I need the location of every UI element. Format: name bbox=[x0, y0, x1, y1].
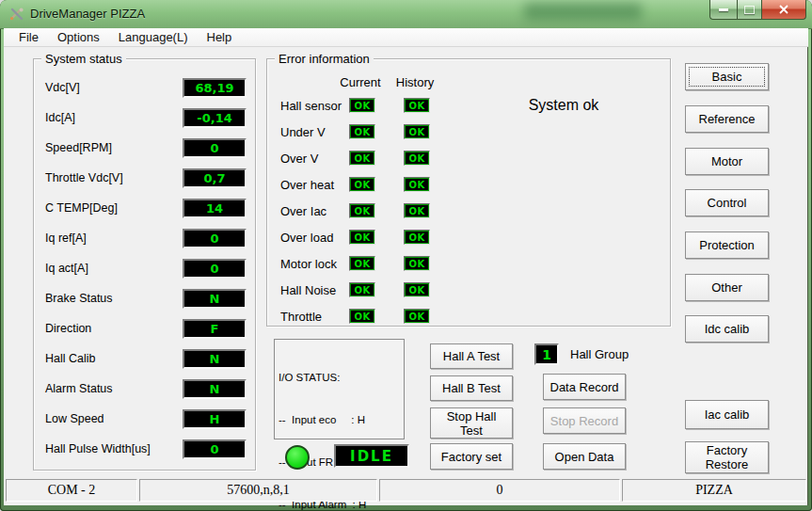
maximize-icon[interactable] bbox=[737, 0, 762, 20]
motor-lock-current-badge: OK bbox=[349, 256, 375, 271]
statusbar: COM - 2 57600,n,8,1 0 PIZZA bbox=[6, 477, 806, 503]
vdc-label: Vdc[V] bbox=[45, 81, 80, 94]
factory-set-button[interactable]: Factory set bbox=[430, 443, 513, 470]
speed-value-display: 0 bbox=[183, 138, 247, 158]
statusbar-baud-settings: 57600,n,8,1 bbox=[139, 479, 377, 502]
window-title: DriveManager PIZZA bbox=[30, 7, 145, 21]
hall-group-label: Hall Group bbox=[570, 347, 629, 361]
ctemp-value-display: 14 bbox=[183, 199, 247, 218]
error-information-group: Error information Current History System… bbox=[266, 58, 671, 327]
statusbar-com-port: COM - 2 bbox=[6, 479, 137, 502]
error-row-over-load: Over load OK OK bbox=[267, 225, 670, 251]
hall-calib-value-display: N bbox=[183, 349, 247, 369]
nav-protection-button[interactable]: Protection bbox=[685, 232, 769, 259]
row-direction: Direction F bbox=[34, 313, 255, 343]
row-idc: Idc[A] -0,14 bbox=[34, 103, 255, 133]
idc-calib-button[interactable]: Idc calib bbox=[685, 315, 769, 343]
close-icon[interactable] bbox=[762, 0, 806, 20]
motor-lock-label: Motor lock bbox=[280, 257, 337, 271]
row-brake-status: Brake Status N bbox=[34, 283, 255, 313]
idc-label: Idc[A] bbox=[45, 111, 75, 124]
run-state-display: IDLE bbox=[334, 444, 409, 468]
error-row-over-iac: Over Iac OK OK bbox=[267, 199, 670, 225]
io-status-box: I/O STATUS: -- Input eco : H -- Input FR… bbox=[274, 339, 405, 439]
iq-act-value-display: 0 bbox=[183, 259, 247, 279]
menu-help[interactable]: Help bbox=[198, 28, 242, 46]
idc-value-display: -0,14 bbox=[183, 108, 247, 128]
stop-hall-test-button[interactable]: Stop Hall Test bbox=[430, 407, 513, 439]
brake-status-value-display: N bbox=[183, 289, 247, 309]
over-iac-history-badge: OK bbox=[404, 203, 430, 218]
row-hall-pulse-width: Hall Pulse Width[us] 0 bbox=[34, 434, 255, 464]
row-ctemp: C TEMP[Deg] 14 bbox=[34, 193, 255, 223]
throttle-vdc-label: Throttle Vdc[V] bbox=[45, 171, 123, 184]
row-iq-act: Iq act[A] 0 bbox=[34, 253, 255, 283]
hall-b-test-button[interactable]: Hall B Test bbox=[430, 375, 513, 401]
open-data-button[interactable]: Open Data bbox=[543, 443, 626, 470]
window-controls bbox=[709, 0, 806, 20]
app-window: DriveManager PIZZA File Options Language… bbox=[0, 0, 812, 511]
over-load-history-badge: OK bbox=[404, 230, 430, 245]
glass-blur-decoration bbox=[524, 3, 642, 20]
under-v-history-badge: OK bbox=[404, 124, 430, 139]
throttle-history-badge: OK bbox=[404, 309, 430, 324]
throttle-vdc-value-display: 0,7 bbox=[183, 168, 247, 188]
client-area: System status Vdc[V] 68,19 Idc[A] -0,14 … bbox=[4, 47, 808, 505]
error-row-over-heat: Over heat OK OK bbox=[267, 172, 670, 199]
factory-restore-button[interactable]: Factory Restore bbox=[685, 441, 769, 473]
menu-file[interactable]: File bbox=[9, 28, 48, 46]
error-row-over-v: Over V OK OK bbox=[267, 146, 670, 172]
hall-a-test-button[interactable]: Hall A Test bbox=[430, 343, 513, 369]
io-line-eco: -- Input eco : H bbox=[279, 413, 404, 427]
nav-motor-button[interactable]: Motor bbox=[685, 148, 769, 175]
nav-control-button[interactable]: Control bbox=[685, 189, 769, 216]
hall-sensor-history-badge: OK bbox=[404, 98, 430, 113]
iq-act-label: Iq act[A] bbox=[45, 262, 88, 275]
over-load-label: Over load bbox=[280, 231, 333, 245]
hall-calib-label: Hall Calib bbox=[45, 352, 96, 365]
over-heat-label: Over heat bbox=[280, 178, 334, 192]
minimize-icon[interactable] bbox=[709, 0, 737, 20]
under-v-current-badge: OK bbox=[349, 124, 375, 139]
menu-language[interactable]: Language(L) bbox=[109, 28, 198, 46]
system-status-group: System status Vdc[V] 68,19 Idc[A] -0,14 … bbox=[33, 58, 256, 471]
menu-options[interactable]: Options bbox=[48, 28, 109, 46]
hall-sensor-current-badge: OK bbox=[349, 98, 375, 113]
nav-basic-button[interactable]: Basic bbox=[685, 63, 769, 90]
history-column-header: History bbox=[382, 75, 448, 89]
iq-ref-value-display: 0 bbox=[183, 229, 247, 248]
under-v-label: Under V bbox=[280, 125, 326, 139]
statusbar-model-name: PIZZA bbox=[622, 479, 806, 502]
over-heat-current-badge: OK bbox=[349, 177, 375, 192]
ctemp-label: C TEMP[Deg] bbox=[45, 201, 118, 215]
error-row-throttle: Throttle OK OK bbox=[267, 304, 670, 330]
tools-wrench-icon bbox=[9, 7, 24, 22]
over-v-current-badge: OK bbox=[349, 151, 375, 166]
alarm-status-value-display: N bbox=[183, 379, 247, 399]
hall-group-value-display: 1 bbox=[534, 343, 559, 365]
over-load-current-badge: OK bbox=[349, 230, 375, 245]
hall-sensor-label: Hall sensor bbox=[280, 99, 342, 113]
iq-ref-label: Iq ref[A] bbox=[45, 232, 87, 245]
titlebar[interactable]: DriveManager PIZZA bbox=[0, 0, 812, 29]
row-hall-calib: Hall Calib N bbox=[34, 343, 255, 374]
over-heat-history-badge: OK bbox=[404, 177, 430, 192]
low-speed-label: Low Speed bbox=[45, 412, 104, 425]
stop-record-button[interactable]: Stop Record bbox=[543, 407, 626, 434]
direction-value-display: F bbox=[183, 319, 247, 339]
direction-label: Direction bbox=[45, 322, 91, 335]
error-row-hall-noise: Hall Noise OK OK bbox=[267, 278, 670, 304]
vdc-value-display: 68,19 bbox=[183, 78, 247, 98]
row-low-speed: Low Speed H bbox=[34, 404, 255, 434]
over-iac-label: Over Iac bbox=[280, 204, 326, 218]
row-speed: Speed[RPM] 0 bbox=[34, 133, 255, 163]
iac-calib-button[interactable]: Iac calib bbox=[685, 400, 769, 429]
row-throttle-vdc: Throttle Vdc[V] 0,7 bbox=[34, 163, 255, 193]
data-record-button[interactable]: Data Record bbox=[543, 374, 626, 400]
menubar: File Options Language(L) Help bbox=[4, 28, 808, 47]
speed-label: Speed[RPM] bbox=[45, 141, 112, 154]
nav-reference-button[interactable]: Reference bbox=[685, 105, 769, 133]
nav-other-button[interactable]: Other bbox=[685, 274, 769, 301]
row-vdc: Vdc[V] 68,19 bbox=[34, 72, 255, 103]
status-led-icon bbox=[285, 445, 310, 470]
